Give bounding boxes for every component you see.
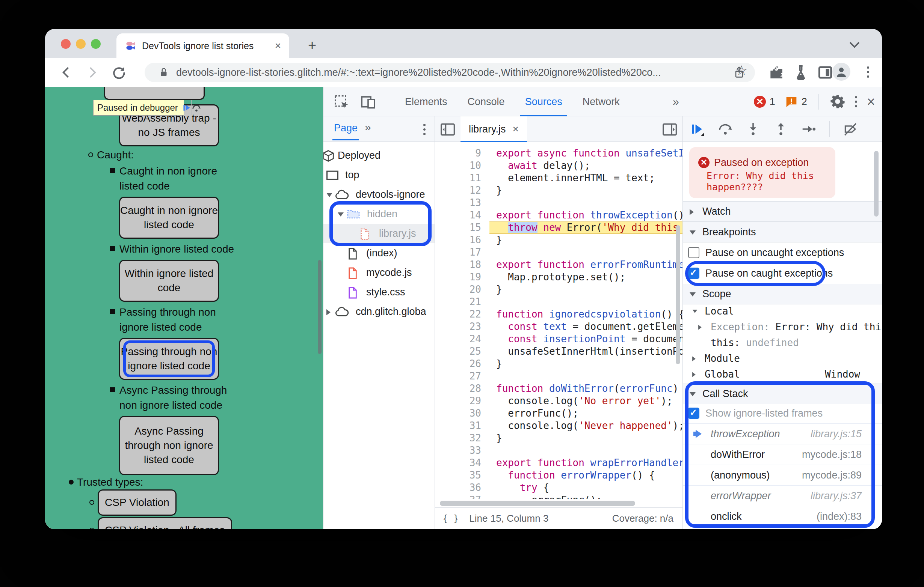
execution-line[interactable]: 15 throw new Error('Why did this happen?… <box>435 222 683 234</box>
code-line[interactable]: 24 const insertionPoint = document.getEl… <box>435 333 683 345</box>
line-number[interactable]: 34 <box>435 457 489 469</box>
line-number[interactable]: 35 <box>435 469 489 482</box>
code-line[interactable]: 27 <box>435 370 683 382</box>
panel-left-icon[interactable] <box>440 123 455 136</box>
devtools-tab-console[interactable]: Console <box>457 87 515 116</box>
file-tree-item-style-css[interactable]: style.css <box>323 282 435 302</box>
line-number[interactable]: 11 <box>435 172 489 184</box>
resume-icon[interactable] <box>690 122 705 136</box>
device-toolbar-icon[interactable] <box>360 95 376 110</box>
code-line[interactable]: 12} <box>435 184 683 197</box>
line-number[interactable]: 25 <box>435 345 489 358</box>
code-line[interactable]: 21 <box>435 296 683 308</box>
code-line[interactable]: 33 <box>435 444 683 457</box>
expanded-arrow-icon[interactable] <box>690 392 696 396</box>
file-tree-item-mycode-js[interactable]: mycode.js <box>323 263 435 282</box>
page-button[interactable]: Passing through nonignore listed code <box>119 338 219 380</box>
code-line[interactable]: 31 console.log('Never happened'); <box>435 419 683 432</box>
checkbox-unchecked[interactable] <box>688 247 700 258</box>
scope-arrow-icon[interactable] <box>692 357 696 362</box>
file-tree-item-top[interactable]: top <box>323 165 435 185</box>
navigator-menu-icon[interactable] <box>423 124 426 135</box>
inspect-icon[interactable] <box>334 95 349 110</box>
line-number[interactable]: 16 <box>435 234 489 246</box>
show-ignore-listed-frames-toggle[interactable]: Show ignore-listed frames <box>683 403 882 423</box>
line-number[interactable]: 20 <box>435 283 489 296</box>
devtools-tab-network[interactable]: Network <box>573 87 630 116</box>
scope-arrow-icon[interactable] <box>698 325 702 330</box>
extensions-puzzle-icon[interactable] <box>768 64 785 81</box>
side-panel-icon[interactable] <box>817 64 833 81</box>
close-tab-icon[interactable]: × <box>275 40 281 52</box>
settings-gear-icon[interactable] <box>830 94 845 109</box>
breakpoint-item[interactable]: Pause on caught exceptions <box>683 263 882 284</box>
page-button[interactable]: CSP Violation - All frames <box>98 517 232 529</box>
line-number[interactable]: 37 <box>435 494 489 499</box>
scope-entry-global[interactable]: GlobalWindow <box>683 366 882 382</box>
page-button[interactable]: Caught in non ignorelisted code <box>119 197 219 239</box>
code-line[interactable]: 11 element.innerHTML = text; <box>435 172 683 184</box>
file-tree-item--index-[interactable]: (index) <box>323 243 435 263</box>
line-number[interactable]: 23 <box>435 321 489 333</box>
line-number[interactable]: 19 <box>435 271 489 283</box>
scope-arrow-icon[interactable] <box>692 372 696 377</box>
call-stack-frame[interactable]: errorWrapperlibrary.js:37 <box>683 485 882 506</box>
code-line[interactable]: 22function ignoredcspviolation() { <box>435 308 683 321</box>
code-line[interactable]: 29 console.log('No error yet'); <box>435 395 683 407</box>
resume-script-button[interactable] <box>182 100 191 115</box>
line-number[interactable]: 32 <box>435 432 489 444</box>
code-line[interactable]: 34export function wrapErrorHandler(error… <box>435 457 683 469</box>
step-over-button[interactable] <box>191 100 201 115</box>
devtools-close-icon[interactable]: × <box>867 94 875 110</box>
line-number[interactable]: 9 <box>435 147 489 159</box>
code-line[interactable]: 36 try { <box>435 482 683 494</box>
expanded-arrow-icon[interactable] <box>690 230 696 235</box>
code-line[interactable]: 20} <box>435 283 683 296</box>
line-number[interactable]: 24 <box>435 333 489 345</box>
address-bar[interactable]: devtools-ignore-list-stories.glitch.me/#… <box>145 62 755 82</box>
browser-tab[interactable]: DevTools ignore list stories × <box>116 33 289 58</box>
minimize-window-button[interactable] <box>76 39 86 49</box>
devtools-tab-sources[interactable]: Sources <box>515 87 573 116</box>
line-number[interactable]: 22 <box>435 308 489 321</box>
scope-entry-exception[interactable]: Exception: Error: Why did this happen???… <box>683 319 882 335</box>
section-scope[interactable]: Scope <box>683 284 882 304</box>
call-stack-frame[interactable]: throwExceptionlibrary.js:15 <box>683 423 882 444</box>
code-line[interactable]: 17 <box>435 246 683 258</box>
source-code[interactable]: 9export async function unsafeSetInnerHtm… <box>435 142 683 499</box>
maximize-window-button[interactable] <box>91 39 101 49</box>
tab-search-chevron-icon[interactable] <box>848 40 861 49</box>
file-tree-item-library-js[interactable]: library.js <box>323 224 435 243</box>
back-icon[interactable] <box>59 65 74 80</box>
code-line[interactable]: 23 const text = document.getElementById(… <box>435 321 683 333</box>
call-stack-frame[interactable]: onclick(index):83 <box>683 506 882 526</box>
line-number[interactable]: 14 <box>435 209 489 222</box>
call-stack-frame[interactable]: (anonymous)mycode.js:89 <box>683 465 882 485</box>
close-file-icon[interactable]: × <box>513 123 519 135</box>
new-tab-button[interactable]: + <box>308 37 316 53</box>
devtools-tab-elements[interactable]: Elements <box>395 87 457 116</box>
step-out-icon[interactable] <box>774 122 788 136</box>
line-number[interactable]: 36 <box>435 482 489 494</box>
reload-icon[interactable] <box>111 65 126 80</box>
line-number[interactable]: 13 <box>435 197 489 209</box>
scope-entry-module[interactable]: Module <box>683 350 882 366</box>
scope-entry-this[interactable]: this: undefined <box>683 335 882 350</box>
code-line[interactable]: 19 Map.prototype.set(); <box>435 271 683 283</box>
call-stack-frame[interactable]: doWithErrormycode.js:18 <box>683 444 882 465</box>
step-over-icon[interactable] <box>718 122 733 136</box>
collapsed-arrow-icon[interactable] <box>690 209 694 215</box>
devtools-menu-icon[interactable] <box>855 96 857 107</box>
code-line[interactable]: 10 await delay(); <box>435 159 683 172</box>
code-line[interactable]: 32} <box>435 432 683 444</box>
file-tree-item-cdn-glitch-globa[interactable]: cdn.glitch.globa <box>323 302 435 321</box>
page-button[interactable]: CSP Violation <box>98 489 177 516</box>
avatar[interactable] <box>832 62 850 81</box>
code-line[interactable]: 18export function errorFromRuntime() { <box>435 258 683 271</box>
page-button[interactable]: Within ignore listedcode <box>119 260 219 302</box>
sidebar-scrollbar[interactable] <box>874 151 879 217</box>
forward-icon[interactable] <box>85 65 100 80</box>
code-line[interactable]: 37 errorFunc(); <box>435 494 683 499</box>
line-number[interactable]: 31 <box>435 419 489 432</box>
beaker-icon[interactable] <box>792 64 809 81</box>
